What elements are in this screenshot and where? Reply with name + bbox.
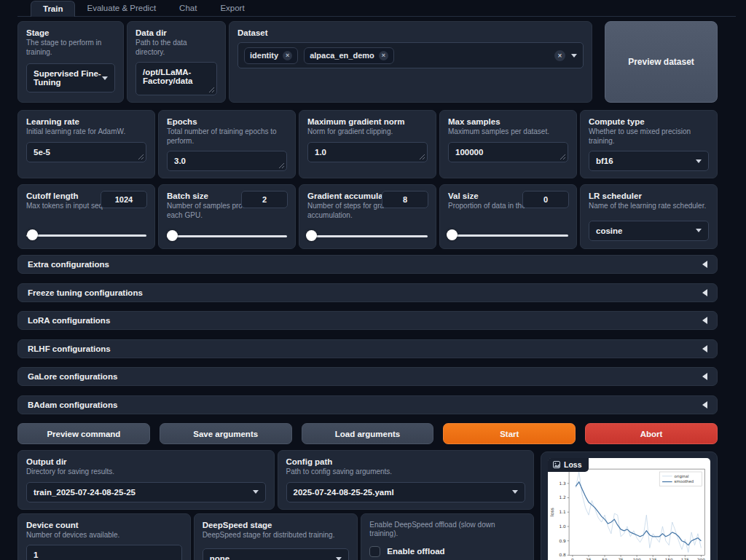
accordion-extra-configurations[interactable]: Extra configurations bbox=[17, 255, 718, 274]
compute-type-dropdown[interactable]: bf16 bbox=[589, 151, 709, 171]
lr-scheduler-dropdown[interactable]: cosine bbox=[589, 221, 709, 241]
slider-handle[interactable] bbox=[27, 229, 38, 240]
tab-train[interactable]: Train bbox=[31, 1, 75, 17]
slider-track[interactable] bbox=[448, 234, 568, 237]
accordion-label: BAdam configurations bbox=[28, 401, 117, 409]
loss-panel: Loss 0.80.91.01.11.21.31.402550751001251… bbox=[541, 451, 718, 560]
val-size-slider[interactable] bbox=[448, 229, 568, 241]
chevron-down-icon bbox=[696, 229, 702, 232]
chevron-left-icon bbox=[702, 289, 707, 296]
slider-track[interactable] bbox=[307, 235, 428, 237]
remove-chip-icon[interactable]: × bbox=[283, 51, 292, 60]
remove-chip-icon[interactable]: × bbox=[379, 51, 388, 60]
epochs-label: Epochs bbox=[167, 117, 287, 126]
clear-all-icon[interactable]: × bbox=[554, 50, 565, 61]
accordion-freeze-tuning-configurations[interactable]: Freeze tuning configurations bbox=[17, 283, 718, 302]
loss-chart-svg: 0.80.91.01.11.21.31.40255075100125150175… bbox=[548, 460, 710, 560]
cutoff-length-slider[interactable] bbox=[26, 229, 146, 241]
top-tab-bar: Train Evaluate & Predict Chat Export bbox=[17, 0, 736, 17]
dataset-label: Dataset bbox=[237, 28, 584, 37]
svg-text:0.9: 0.9 bbox=[559, 539, 566, 543]
resize-handle-icon[interactable] bbox=[560, 154, 566, 160]
resize-handle-icon[interactable] bbox=[278, 162, 285, 169]
lr-scheduler-label: LR scheduler bbox=[589, 192, 709, 200]
accordion-rlhf-configurations[interactable]: RLHF configurations bbox=[17, 339, 718, 358]
start-button[interactable]: Start bbox=[443, 423, 576, 444]
epochs-input[interactable]: 3.0 bbox=[167, 151, 287, 171]
preview-command-button[interactable]: Preview command bbox=[17, 423, 150, 444]
batch-size-slider[interactable] bbox=[167, 230, 287, 242]
save-arguments-button[interactable]: Save arguments bbox=[160, 423, 292, 444]
resize-handle-icon[interactable] bbox=[208, 87, 215, 93]
enable-offload-label: Enable offload bbox=[387, 547, 444, 556]
chevron-down-icon bbox=[696, 159, 702, 163]
compute-type-value: bf16 bbox=[596, 157, 613, 165]
config-path-dropdown[interactable]: 2025-07-24-08-25-25.yaml bbox=[286, 482, 526, 502]
batch-size-number-input[interactable]: 2 bbox=[241, 191, 288, 208]
deepspeed-stage-field: DeepSpeed stage DeepSpeed stage for dist… bbox=[194, 513, 358, 560]
config-path-label: Config path bbox=[286, 457, 526, 466]
deepspeed-stage-desc: DeepSpeed stage for distributed training… bbox=[203, 531, 350, 540]
svg-text:1.1: 1.1 bbox=[559, 510, 566, 514]
accordion-galore-configurations[interactable]: GaLore configurations bbox=[17, 367, 718, 386]
output-dir-field: Output dir Directory for saving results.… bbox=[17, 450, 275, 510]
dataset-chip[interactable]: identity × bbox=[244, 47, 298, 64]
compute-type-desc: Whether to use mixed precision training. bbox=[589, 127, 709, 146]
slider-track[interactable] bbox=[26, 234, 146, 237]
svg-text:1.2: 1.2 bbox=[559, 495, 566, 500]
data-dir-input[interactable]: /opt/LLaMA-Factory/data bbox=[136, 62, 217, 95]
gradient-accumulation-number-input[interactable]: 8 bbox=[382, 191, 428, 208]
data-dir-value: /opt/LLaMA-Factory/data bbox=[143, 68, 192, 85]
resize-handle-icon[interactable] bbox=[138, 154, 144, 160]
dataset-chip[interactable]: alpaca_en_demo × bbox=[304, 47, 394, 64]
slider-handle[interactable] bbox=[167, 230, 178, 241]
cutoff-length-number-input[interactable]: 1024 bbox=[101, 191, 147, 208]
chevron-left-icon bbox=[702, 401, 707, 409]
tab-evaluate-predict[interactable]: Evaluate & Predict bbox=[75, 1, 168, 16]
max-samples-value: 100000 bbox=[455, 148, 483, 157]
output-dir-label: Output dir bbox=[26, 457, 266, 466]
lr-scheduler-field: LR scheduler Name of the learning rate s… bbox=[580, 184, 718, 249]
tab-chat[interactable]: Chat bbox=[168, 1, 208, 16]
dataset-multiselect[interactable]: identity × alpaca_en_demo × × bbox=[237, 42, 584, 68]
max-samples-input[interactable]: 100000 bbox=[448, 142, 568, 162]
chevron-down-icon[interactable] bbox=[571, 54, 577, 58]
svg-text:loss: loss bbox=[549, 508, 554, 516]
learning-rate-input[interactable]: 5e-5 bbox=[26, 142, 146, 162]
preview-dataset-button[interactable]: Preview dataset bbox=[605, 21, 718, 103]
accordion-badam-configurations[interactable]: BAdam configurations bbox=[17, 395, 718, 414]
accordion-label: RLHF configurations bbox=[28, 344, 111, 353]
accordion-lora-configurations[interactable]: LoRA configurations bbox=[17, 311, 718, 330]
epochs-value: 3.0 bbox=[174, 157, 186, 165]
max-grad-norm-input[interactable]: 1.0 bbox=[307, 142, 428, 162]
deepspeed-stage-label: DeepSpeed stage bbox=[203, 521, 350, 529]
config-path-desc: Path to config saving arguments. bbox=[286, 468, 526, 477]
output-dir-desc: Directory for saving results. bbox=[26, 468, 266, 477]
load-arguments-button[interactable]: Load arguments bbox=[302, 423, 434, 444]
config-path-value: 2025-07-24-08-25-25.yaml bbox=[294, 488, 394, 497]
gradient-accumulation-slider[interactable] bbox=[307, 230, 428, 242]
loss-title: Loss bbox=[564, 460, 582, 469]
loss-plot: Loss 0.80.91.01.11.21.31.402550751001251… bbox=[548, 458, 710, 560]
device-count-value: 1 bbox=[34, 551, 38, 559]
training-params-row: Learning rate Initial learning rate for … bbox=[17, 110, 718, 178]
slider-params-row: 1024 Cutoff length Max tokens in input s… bbox=[17, 184, 718, 249]
slider-handle[interactable] bbox=[447, 229, 458, 240]
enable-offload-checkbox[interactable] bbox=[369, 546, 380, 557]
slider-handle[interactable] bbox=[306, 230, 317, 241]
slider-track[interactable] bbox=[167, 235, 287, 237]
device-count-input[interactable]: 1 bbox=[26, 545, 182, 560]
output-dir-dropdown[interactable]: train_2025-07-24-08-25-25 bbox=[26, 482, 266, 502]
max-grad-norm-value: 1.0 bbox=[315, 148, 326, 157]
stage-dropdown[interactable]: Supervised Fine-Tuning bbox=[26, 63, 115, 92]
accordion-label: GaLore configurations bbox=[28, 372, 117, 381]
chevron-down-icon bbox=[102, 76, 108, 80]
abort-button[interactable]: Abort bbox=[585, 423, 718, 444]
resize-handle-icon[interactable] bbox=[419, 154, 425, 160]
val-size-number-input[interactable]: 0 bbox=[522, 191, 569, 208]
max-grad-norm-field: Maximum gradient norm Norm for gradient … bbox=[299, 110, 436, 178]
learning-rate-desc: Initial learning rate for AdamW. bbox=[26, 127, 146, 137]
data-dir-desc: Path to the data directory. bbox=[136, 39, 217, 57]
tab-export[interactable]: Export bbox=[208, 1, 256, 16]
deepspeed-stage-dropdown[interactable]: none bbox=[203, 548, 350, 560]
